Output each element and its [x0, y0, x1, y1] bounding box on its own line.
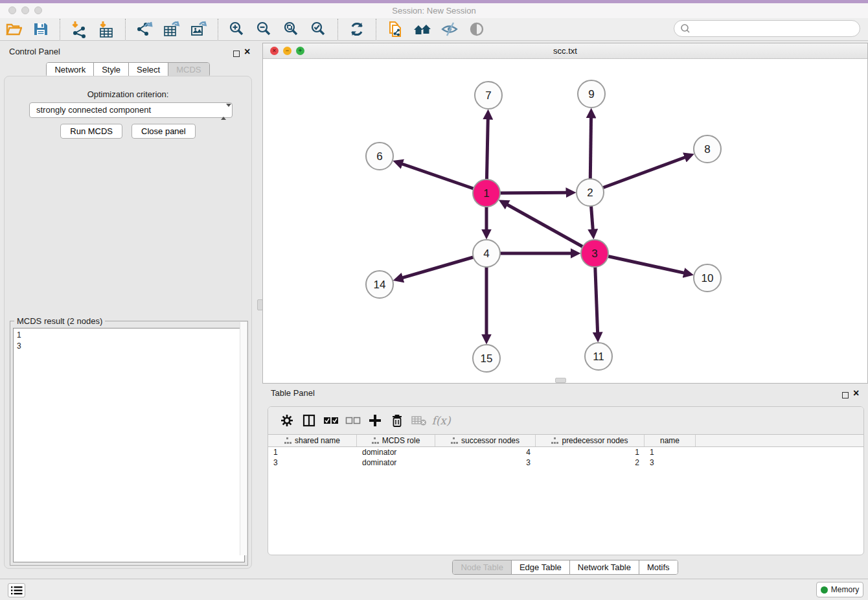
mcds-result-text[interactable]: 1 3 — [13, 328, 245, 562]
network-minimize-icon[interactable]: − — [283, 47, 291, 55]
export-network-icon[interactable] — [135, 19, 154, 39]
tab-mcds[interactable]: MCDS — [168, 63, 209, 76]
cell-mcds-role[interactable]: dominator — [357, 457, 435, 468]
graph-node-label: 14 — [374, 279, 386, 291]
network-canvas[interactable]: 7968124314101511 — [263, 59, 867, 383]
cell-shared-name[interactable]: 1 — [268, 447, 357, 457]
status-bar: Memory — [0, 579, 868, 600]
tab-motifs[interactable]: Motifs — [639, 560, 678, 574]
criterion-dropdown[interactable]: strongly connected component — [29, 102, 233, 118]
search-icon — [680, 23, 691, 34]
graph-edge-2-8[interactable] — [590, 157, 685, 192]
graph-edge-3-1[interactable] — [507, 205, 595, 253]
optimization-criterion-label: Optimization criterion: — [5, 89, 251, 99]
dropdown-stepper-icon — [221, 105, 227, 119]
open-folder-icon[interactable] — [4, 19, 23, 39]
run-mcds-button[interactable]: Run MCDS — [60, 124, 122, 139]
mcds-result-group: MCDS result (2 nodes) 1 3 — [10, 321, 248, 566]
tab-style[interactable]: Style — [93, 63, 128, 76]
refresh-layout-icon[interactable] — [347, 19, 367, 39]
graph-node-label: 9 — [588, 88, 594, 100]
window-zoom-icon[interactable] — [34, 6, 42, 14]
zoom-fit-icon[interactable] — [282, 19, 301, 39]
zoom-out-icon[interactable] — [255, 19, 274, 39]
export-table-icon[interactable] — [162, 19, 181, 39]
delete-table-icon[interactable] — [408, 411, 430, 430]
toolbar-separator — [125, 19, 126, 40]
close-panel-button[interactable]: Close panel — [131, 124, 196, 139]
zoom-selected-icon[interactable] — [309, 19, 328, 39]
search-field[interactable] — [674, 20, 860, 37]
zoom-in-icon[interactable] — [227, 19, 247, 39]
mcds-result-title: MCDS result (2 nodes) — [14, 316, 105, 326]
table-panel-header: Table Panel × — [262, 385, 868, 402]
import-network-icon[interactable] — [69, 19, 89, 39]
export-image-icon[interactable] — [189, 19, 209, 39]
tab-select[interactable]: Select — [128, 63, 168, 76]
memory-button[interactable]: Memory — [816, 582, 863, 597]
hide-panel-icon[interactable] — [440, 19, 459, 39]
shared-column-icon — [372, 437, 379, 444]
tab-network[interactable]: Network — [47, 63, 93, 76]
float-table-panel-icon[interactable] — [842, 389, 849, 401]
cell-predecessor-nodes[interactable]: 2 — [536, 457, 645, 468]
graph-node-label: 7 — [485, 89, 491, 102]
tab-edge-table[interactable]: Edge Table — [511, 560, 569, 574]
add-icon[interactable] — [364, 411, 386, 430]
window-close-icon[interactable] — [8, 6, 16, 14]
cell-shared-name[interactable]: 3 — [268, 457, 357, 468]
delete-icon[interactable] — [386, 411, 408, 430]
graph-node-label: 15 — [481, 352, 493, 365]
cell-successor-nodes[interactable]: 4 — [435, 447, 536, 457]
tab-network-table[interactable]: Network Table — [569, 560, 639, 574]
network-close-icon[interactable]: × — [270, 47, 279, 55]
graph-node-label: 6 — [376, 150, 382, 163]
cell-predecessor-nodes[interactable]: 1 — [536, 447, 645, 457]
column-header-predecessor-nodes[interactable]: predecessor nodes — [536, 435, 645, 446]
window-minimize-icon[interactable] — [21, 6, 29, 14]
select-all-icon[interactable] — [320, 411, 342, 430]
column-header-shared-name[interactable]: shared name — [268, 435, 357, 446]
criterion-value: strongly connected component — [36, 105, 151, 115]
column-header-mcds-role[interactable]: MCDS role — [357, 435, 435, 446]
split-column-icon[interactable] — [298, 411, 320, 430]
memory-label: Memory — [831, 585, 859, 594]
close-panel-icon[interactable]: × — [244, 48, 250, 56]
cell-name[interactable]: 1 — [645, 447, 696, 457]
column-header-successor-nodes[interactable]: successor nodes — [435, 435, 536, 446]
network-view-window: × − + scc.txt 7968124314101511 — [262, 43, 868, 384]
control-panel-tabs: Network Style Select MCDS — [0, 62, 256, 77]
control-panel-title: Control Panel — [9, 47, 60, 56]
function-builder-icon[interactable]: f(x) — [430, 411, 452, 430]
float-panel-icon[interactable] — [233, 48, 240, 60]
save-icon[interactable] — [31, 19, 51, 39]
cell-mcds-role[interactable]: dominator — [357, 447, 435, 457]
column-header-name[interactable]: name — [645, 435, 696, 446]
mcds-panel: Optimization criterion: strongly connect… — [4, 76, 252, 569]
network-window-titlebar[interactable]: × − + scc.txt — [263, 43, 867, 59]
graph-node-label: 10 — [702, 272, 714, 284]
toolbar-separator — [337, 19, 338, 40]
table-row[interactable]: 3 dominator 3 2 3 — [268, 457, 863, 468]
table-row[interactable]: 1 dominator 4 1 1 — [268, 447, 863, 457]
deselect-all-icon[interactable] — [342, 411, 364, 430]
eye-icon[interactable] — [467, 19, 486, 39]
shared-column-icon — [451, 437, 458, 444]
cell-successor-nodes[interactable]: 3 — [435, 457, 536, 468]
task-history-button[interactable] — [8, 583, 25, 597]
horizontal-splitter-handle[interactable] — [555, 378, 566, 383]
tab-node-table[interactable]: Node Table — [453, 560, 511, 574]
cell-name[interactable]: 3 — [645, 457, 696, 468]
import-table-icon[interactable] — [97, 19, 116, 39]
duplicate-network-icon[interactable] — [385, 19, 405, 39]
memory-status-icon — [821, 586, 828, 594]
node-table: shared name MCDS role successor nodes pr… — [268, 434, 863, 468]
toolbar-separator — [218, 19, 218, 40]
show-all-networks-icon[interactable] — [413, 19, 432, 39]
result-scrollbar[interactable] — [240, 322, 247, 555]
network-zoom-icon[interactable]: + — [296, 47, 304, 55]
graph-node-label: 1 — [483, 187, 489, 200]
search-input[interactable] — [691, 24, 847, 34]
close-table-panel-icon[interactable]: × — [853, 389, 859, 397]
gear-icon[interactable] — [276, 411, 298, 430]
